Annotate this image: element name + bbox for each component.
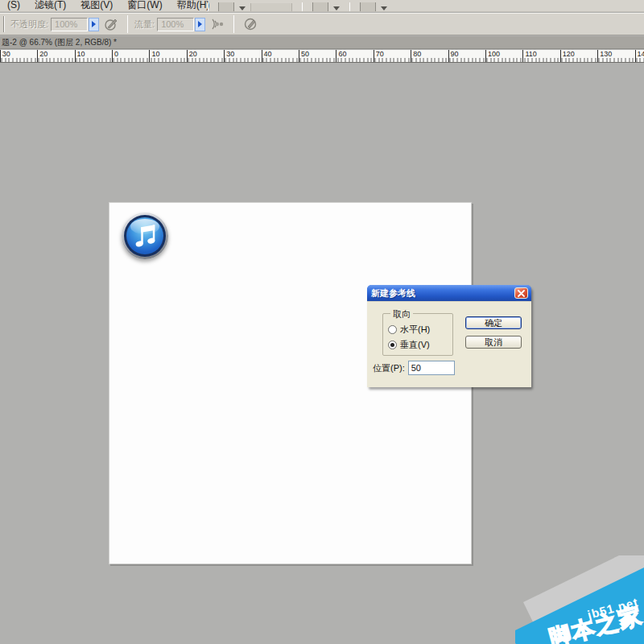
- opacity-dropdown[interactable]: 100%: [51, 18, 88, 31]
- divider: [127, 15, 128, 33]
- ruler-label: 70: [374, 50, 384, 63]
- tablet-pressure-opacity-icon[interactable]: [102, 16, 120, 32]
- close-button[interactable]: [514, 287, 528, 299]
- dialog-title-bar[interactable]: 新建参考线: [367, 285, 531, 301]
- chevron-down-icon[interactable]: [239, 6, 246, 10]
- radio-option-vertical[interactable]: 垂直(V): [388, 337, 430, 353]
- flow-dropdown[interactable]: 100%: [157, 18, 194, 31]
- ruler-label: 110: [522, 50, 536, 63]
- menu-bar: (S)滤镜(T)视图(V)窗口(W)帮助(H): [0, 0, 644, 12]
- divider: [233, 15, 234, 33]
- ruler-label: 50: [299, 50, 309, 63]
- orientation-label: 取向: [390, 308, 413, 320]
- cancel-button[interactable]: 取消: [465, 336, 522, 349]
- itunes-icon-core: [126, 217, 163, 254]
- ruler-label: 30: [0, 50, 10, 63]
- ruler-label: 60: [336, 50, 346, 63]
- ruler-minor-ticks: [0, 58, 644, 62]
- ruler-label: 10: [149, 50, 159, 63]
- tool-options-bar: 不透明度: 100% 流量: 100%: [0, 13, 644, 35]
- ruler-label: 100: [485, 50, 500, 63]
- ruler-label: 20: [37, 50, 47, 63]
- divider: [208, 2, 208, 12]
- ruler-label: 130: [597, 50, 612, 63]
- radio-option-horizontal[interactable]: 水平(H): [388, 322, 430, 337]
- chevron-down-icon[interactable]: [381, 6, 387, 10]
- tablet-pressure-size-icon[interactable]: [242, 16, 259, 32]
- ruler-label: 20: [187, 50, 197, 63]
- menu-item-select[interactable]: (S): [0, 0, 27, 12]
- ruler-label: 120: [560, 50, 575, 63]
- document-title: 题-2 @ 66.7% (图层 2, RGB/8) *: [2, 38, 117, 47]
- arrow-right-icon: [198, 21, 202, 27]
- app-bar-icons: [203, 0, 387, 12]
- horizontal-ruler[interactable]: 3020100102030405060708090100110120130140: [0, 50, 644, 63]
- ruler-label: 80: [411, 50, 421, 63]
- flow-arrow-button[interactable]: [195, 18, 205, 31]
- chevron-down-icon[interactable]: [333, 6, 340, 10]
- extras-icon[interactable]: [218, 2, 234, 12]
- itunes-icon-ring: [124, 215, 166, 257]
- divider: [3, 16, 5, 32]
- menu-item-window[interactable]: 窗口(W): [120, 0, 169, 12]
- airbrush-icon[interactable]: [208, 16, 226, 32]
- zoom-level-box[interactable]: [250, 3, 292, 12]
- new-guide-dialog: 新建参考线 取向 水平(H)垂直(V) 确定 取消 位置(P):: [367, 285, 531, 387]
- menu-items: (S)滤镜(T)视图(V)窗口(W)帮助(H): [0, 0, 217, 12]
- screen-mode-icon[interactable]: [360, 2, 376, 12]
- radio-label: 垂直(V): [400, 339, 430, 351]
- ruler-label: 140: [635, 50, 644, 63]
- radio-icon[interactable]: [388, 325, 397, 334]
- divider: [302, 2, 303, 12]
- ruler-label: 30: [224, 50, 234, 63]
- position-input[interactable]: [408, 361, 455, 375]
- radio-label: 水平(H): [400, 324, 430, 336]
- ruler-label: 90: [448, 50, 459, 63]
- flow-label: 流量:: [134, 19, 155, 31]
- dialog-title: 新建参考线: [371, 287, 415, 299]
- ruler-label: 0: [112, 50, 118, 63]
- document-title-bar: 题-2 @ 66.7% (图层 2, RGB/8) *: [0, 36, 644, 49]
- position-row: 位置(P):: [373, 361, 455, 375]
- ruler-label: 40: [262, 50, 272, 63]
- radio-icon[interactable]: [388, 341, 397, 349]
- arrange-documents-icon[interactable]: [312, 2, 328, 12]
- menu-item-filter[interactable]: 滤镜(T): [27, 0, 73, 12]
- ruler-label: 10: [75, 50, 85, 63]
- divider: [349, 2, 350, 12]
- close-icon: [518, 290, 525, 297]
- watermark: jb51.net 脚本之家: [515, 555, 644, 644]
- itunes-icon: [122, 213, 168, 259]
- position-label: 位置(P):: [373, 362, 405, 374]
- opacity-label: 不透明度:: [10, 19, 48, 31]
- orientation-groupbox: 取向 水平(H)垂直(V): [382, 313, 453, 356]
- arrow-right-icon: [92, 21, 96, 27]
- opacity-arrow-button[interactable]: [89, 18, 99, 31]
- music-note-icon: [131, 224, 159, 249]
- orientation-options: 水平(H)垂直(V): [388, 322, 430, 353]
- menu-item-view[interactable]: 视图(V): [73, 0, 120, 12]
- ok-button[interactable]: 确定: [465, 316, 522, 329]
- dialog-body: 取向 水平(H)垂直(V) 确定 取消 位置(P):: [367, 301, 531, 387]
